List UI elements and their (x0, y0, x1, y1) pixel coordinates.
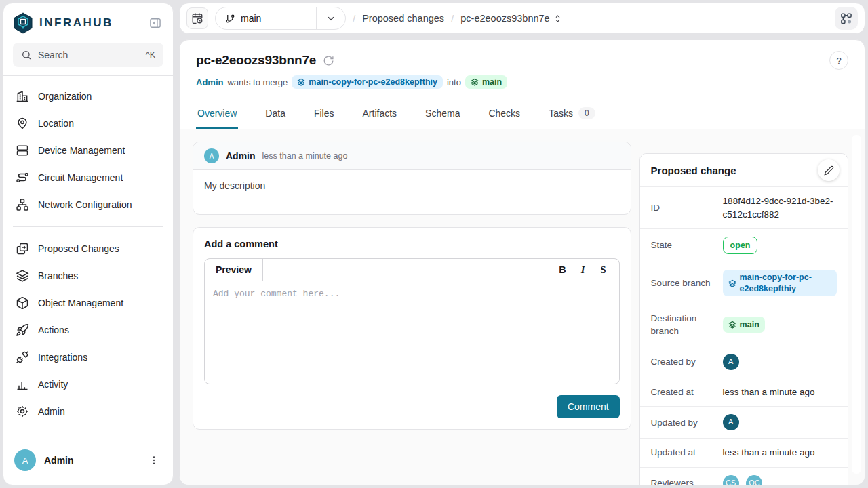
tasks-count-badge: 0 (578, 107, 595, 119)
overview-content: A Admin less than a minute ago My descri… (180, 129, 865, 485)
sidebar-item-integrations[interactable]: Integrations (9, 344, 167, 371)
destination-branch-label: main (740, 319, 760, 331)
strikethrough-button[interactable]: S (595, 261, 612, 279)
sidebar-item-label: Activity (38, 379, 68, 390)
user-footer: A Admin (3, 440, 173, 485)
sidebar-item-label: Location (38, 118, 74, 129)
layers-icon (16, 269, 29, 283)
sidebar-item-actions[interactable]: Actions (9, 317, 167, 344)
tab-overview[interactable]: Overview (196, 99, 238, 129)
editor-toolbar: Preview B I S (205, 259, 619, 281)
comment-submit-button[interactable]: Comment (557, 395, 620, 418)
proposed-change-panel: Proposed change ID 188f4d12-9dcc-921d-3b… (639, 153, 848, 485)
sidebar-item-label: Integrations (38, 352, 87, 363)
git-branch-icon (225, 14, 235, 24)
sidebar-item-label: Device Management (38, 145, 125, 156)
branch-selector[interactable]: main (215, 7, 346, 30)
sidebar-item-device-management[interactable]: Device Management (9, 137, 167, 164)
sidebar-item-label: Actions (38, 325, 69, 336)
tab-data[interactable]: Data (264, 99, 287, 129)
detail-row-destination-branch: Destination branch main (640, 304, 848, 346)
detail-row-source-branch: Source branch main-copy-for-pc-e2ed8kepf… (640, 262, 848, 304)
user-avatar[interactable]: A (14, 449, 36, 471)
detail-row-reviewers: Reviewers CS OC (640, 468, 848, 485)
sidebar-nav: Organization Location Device Management … (3, 76, 173, 432)
breadcrumb-separator: / (353, 13, 355, 24)
state-badge: open (723, 237, 758, 254)
tab-schema[interactable]: Schema (424, 99, 461, 129)
building-icon (16, 89, 29, 103)
source-branch-badge[interactable]: main-copy-for-pc-e2ed8kepfthiy (292, 75, 443, 89)
into-text: into (447, 77, 461, 87)
logo-row: INFRAHUB (3, 3, 173, 41)
schema-visualizer-button[interactable] (835, 7, 858, 30)
sidebar-item-label: Proposed Changes (38, 243, 119, 254)
sidebar-item-label: Network Configuration (38, 199, 132, 210)
merge-summary: Admin wants to merge main-copy-for-pc-e2… (196, 75, 848, 89)
comment-editor: Preview B I S (204, 258, 620, 384)
sidebar-item-location[interactable]: Location (9, 110, 167, 137)
collapse-sidebar-button[interactable] (147, 15, 163, 31)
top-bar: main / Proposed changes / pc-e2eoozs93bn… (179, 3, 865, 34)
branch-layers-icon (297, 78, 305, 86)
sidebar-item-branches[interactable]: Branches (9, 262, 167, 289)
branch-selector-value: main (241, 13, 261, 24)
tab-artifacts[interactable]: Artifacts (361, 99, 399, 129)
branch-layers-icon (728, 279, 736, 287)
rocket-icon (16, 323, 29, 337)
created-by-avatar[interactable]: A (723, 354, 739, 370)
comment-header: A Admin less than a minute ago (193, 142, 631, 170)
time-travel-button[interactable] (186, 7, 208, 29)
sidebar-item-admin[interactable]: Admin (9, 398, 167, 425)
route-icon (16, 171, 29, 184)
detail-row-id: ID 188f4d12-9dcc-921d-3be2-c512c1ccf882 (640, 187, 848, 229)
preview-tab[interactable]: Preview (205, 259, 263, 281)
bold-button[interactable]: B (554, 261, 572, 279)
breadcrumb-current[interactable]: pc-e2eoozs93bnn7e (460, 13, 562, 24)
tab-tasks[interactable]: Tasks 0 (547, 98, 596, 129)
tab-checks[interactable]: Checks (487, 99, 521, 129)
sidebar-item-activity[interactable]: Activity (9, 371, 167, 398)
user-menu-button[interactable] (146, 452, 162, 468)
detail-row-updated-by: Updated by A (640, 407, 848, 439)
panel-title: Proposed change (651, 165, 736, 176)
tab-bar: Overview Data Files Artifacts Schema Che… (180, 98, 865, 129)
merge-author-link[interactable]: Admin (196, 77, 223, 87)
reviewer-avatar[interactable]: OC (746, 475, 762, 485)
search-icon (21, 49, 32, 60)
scrollbar-track[interactable] (852, 135, 861, 474)
source-branch-badge[interactable]: main-copy-for-pc-e2ed8kepfthiy (723, 270, 837, 296)
sidebar-item-organization[interactable]: Organization (9, 83, 167, 110)
chevron-down-icon (316, 7, 345, 29)
sidebar: INFRAHUB Search ^K Organization Location… (3, 3, 174, 485)
comment-textarea[interactable] (205, 281, 619, 382)
reviewer-avatar[interactable]: CS (723, 475, 739, 485)
sidebar-group-divider (13, 226, 163, 227)
sidebar-item-network-configuration[interactable]: Network Configuration (9, 191, 167, 218)
title-block: pc-e2eoozs93bnn7e ? Admin wants to merge… (180, 40, 865, 89)
help-button[interactable]: ? (829, 51, 848, 70)
search-shortcut: ^K (146, 50, 155, 60)
italic-button[interactable]: I (574, 261, 592, 279)
sidebar-item-object-management[interactable]: Object Management (9, 289, 167, 317)
destination-branch-badge[interactable]: main (465, 75, 507, 89)
comment-body: My description (193, 170, 631, 214)
sidebar-item-label: Organization (38, 91, 92, 102)
sidebar-item-label: Branches (38, 270, 78, 281)
chevrons-up-down-icon (553, 14, 563, 24)
sidebar-item-proposed-changes[interactable]: Proposed Changes (9, 235, 167, 262)
sidebar-item-circuit-management[interactable]: Circuit Management (9, 164, 167, 191)
edit-button[interactable] (818, 159, 840, 181)
search-input[interactable]: Search ^K (13, 43, 163, 67)
tab-files[interactable]: Files (313, 99, 336, 129)
sidebar-item-label: Admin (38, 406, 65, 417)
detail-row-created-at: Created at less than a minute ago (640, 378, 848, 407)
updated-by-avatar[interactable]: A (723, 414, 739, 430)
refresh-icon[interactable] (323, 55, 334, 66)
id-value: 188f4d12-9dcc-921d-3be2-c512c1ccf882 (723, 195, 837, 221)
destination-branch-badge[interactable]: main (723, 317, 765, 333)
breadcrumb-proposed-changes[interactable]: Proposed changes (362, 13, 444, 24)
comment-card: A Admin less than a minute ago My descri… (193, 142, 631, 215)
detail-row-created-by: Created by A (640, 346, 848, 378)
main-panel: pc-e2eoozs93bnn7e ? Admin wants to merge… (179, 39, 865, 485)
